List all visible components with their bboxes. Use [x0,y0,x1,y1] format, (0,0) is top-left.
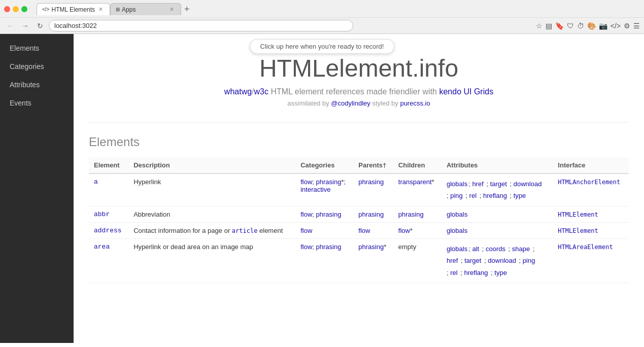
menu-icon[interactable]: ☰ [633,22,640,30]
tab-close-apps[interactable]: ✕ [168,6,176,13]
attr-hreflang[interactable]: hreflang [464,269,488,276]
sidebar-item-categories[interactable]: Categories [0,57,74,76]
table-header: Element Description Categories Parents† … [89,157,629,174]
w3c-link[interactable]: w3c [254,87,268,96]
element-cell: area [89,238,128,283]
tab-close-html[interactable]: ✕ [97,6,105,13]
attr-type[interactable]: type [514,192,526,199]
cat-flow-link[interactable]: flow [300,243,312,251]
element-link-area[interactable]: area [94,243,110,251]
attr-globals[interactable]: globals [447,180,467,188]
sep: ; [517,257,523,264]
attr-hreflang[interactable]: hreflang [483,192,507,199]
settings-icon[interactable]: ⚙ [624,22,630,30]
minimize-window-button[interactable] [13,6,19,12]
attr-globals[interactable]: globals [447,211,467,218]
whatwg-link[interactable]: whatwg [224,87,252,96]
parent-link[interactable]: phrasing [358,243,384,251]
back-button[interactable]: ← [4,21,16,31]
parent-link[interactable]: phrasing [358,211,384,218]
cat-interactive-link[interactable]: interactive [300,186,330,193]
asterisk: * [410,227,413,234]
forward-button[interactable]: → [19,21,31,31]
attr-target[interactable]: target [490,180,507,188]
attr-href[interactable]: href [447,257,458,264]
purecss-link[interactable]: purecss.io [400,99,430,107]
attr-ping[interactable]: ping [523,257,535,264]
parent-link[interactable]: flow [358,227,370,234]
attr-globals[interactable]: globals [447,227,467,234]
kendo-link[interactable]: kendo UI Grids [439,87,493,96]
parents-cell: phrasing [353,174,393,206]
site-title: HTMLelement.info [89,54,629,82]
elements-table: Element Description Categories Parents† … [89,157,629,283]
interface-link[interactable]: HTMLElement [558,227,598,234]
attr-rel[interactable]: rel [469,192,477,199]
tab-html-elements[interactable]: </> HTML Elements ✕ [37,3,110,15]
children-link[interactable]: phrasing [398,211,424,218]
attr-href[interactable]: href [472,180,483,188]
interface-link[interactable]: HTMLElement [558,211,598,218]
interface-cell: HTMLAnchorElement [553,174,629,206]
timer-icon[interactable]: ⏱ [577,22,584,30]
reload-button[interactable]: ↻ [35,21,46,31]
attr-alt[interactable]: alt [472,245,479,253]
element-link-address[interactable]: address [94,227,122,234]
attr-download[interactable]: download [488,257,516,264]
attribution-prefix: assimilated by [287,99,329,107]
attr-ping[interactable]: ping [450,192,463,199]
interface-link[interactable]: HTMLAnchorElement [558,179,620,186]
codylindley-link[interactable]: @codylindley [331,99,370,107]
sep: ; [464,192,469,199]
parents-cell: flow [353,222,393,238]
star-icon[interactable]: ☆ [536,22,543,30]
cat-flow-link[interactable]: flow [300,211,312,218]
color-icon[interactable]: 🎨 [587,22,596,30]
interface-link[interactable]: HTMLAreaElement [558,244,613,251]
site-header: HTMLelement.info whatwg/w3c HTML element… [89,44,629,123]
app-layout: Elements Categories Attributes Events HT… [0,34,644,343]
attr-coords[interactable]: coords [486,245,505,253]
close-window-button[interactable] [4,6,10,12]
new-tab-button[interactable]: + [181,4,193,15]
code-icon[interactable]: </> [611,22,621,30]
cat-flow-link[interactable]: flow [300,227,312,234]
table-row: address Contact information for a page o… [89,222,629,238]
attr-download[interactable]: download [514,180,542,188]
parent-link[interactable]: phrasing [358,178,384,186]
attributes-cell: globals [442,206,553,222]
col-description: Description [128,157,295,174]
maximize-window-button[interactable] [21,6,27,12]
article-link[interactable]: article [232,227,258,234]
categories-cell: flow [295,222,353,238]
categories-cell: flow; phrasing [295,206,353,222]
tab-label-html: HTML Elements [51,6,95,13]
tab-apps[interactable]: ⊞ Apps ✕ [110,3,181,15]
attr-target[interactable]: target [464,257,481,264]
cat-flow-link[interactable]: flow [300,178,312,186]
attr-shape[interactable]: shape [512,245,530,253]
interface-cell: HTMLAreaElement [553,238,629,283]
col-categories: Categories [295,157,353,174]
element-link-abbr[interactable]: abbr [94,211,110,218]
sidebar-item-elements[interactable]: Elements [0,39,74,57]
cat-phrasing-link[interactable]: phrasing [316,243,342,251]
reading-icon[interactable]: ▤ [546,22,552,30]
shield-icon[interactable]: 🛡 [567,22,574,30]
sidebar-item-attributes[interactable]: Attributes [0,76,74,94]
sidebar-item-events[interactable]: Events [0,94,74,112]
bookmark-icon[interactable]: 🔖 [555,22,564,30]
cat-phrasing-link[interactable]: phrasing [316,211,342,218]
children-link[interactable]: flow [398,227,410,234]
nav-bar: ← → ↻ localhost:3022 ☆ ▤ 🔖 🛡 ⏱ 🎨 📷 </> ⚙… [0,17,644,33]
address-bar[interactable]: localhost:3022 [49,20,353,31]
attr-rel[interactable]: rel [450,269,457,276]
attr-type[interactable]: type [494,269,507,276]
element-link-a[interactable]: a [94,178,98,186]
col-children: Children [393,157,442,174]
cat-phrasing-link[interactable]: phrasing [316,178,342,186]
children-link[interactable]: transparent [398,178,432,186]
cam-icon[interactable]: 📷 [599,22,607,30]
attr-globals[interactable]: globals [447,245,467,253]
col-element: Element [89,157,128,174]
